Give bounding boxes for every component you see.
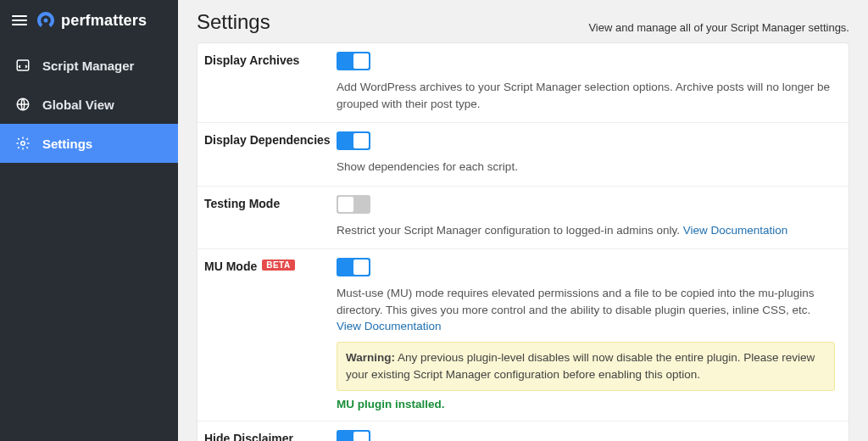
code-icon xyxy=(15,58,31,73)
sidebar-item-label: Settings xyxy=(42,137,92,151)
svg-rect-0 xyxy=(17,60,29,70)
row-mu-mode: MU Mode BETA Must-use (MU) mode requires… xyxy=(198,249,849,421)
brand: perfmatters xyxy=(36,10,147,31)
toggle-display-archives[interactable] xyxy=(337,52,370,70)
svg-point-2 xyxy=(21,142,25,146)
sidebar-header: perfmatters xyxy=(0,0,178,42)
sidebar-nav: Script Manager Global View Settings xyxy=(0,46,178,163)
toggle-display-dependencies[interactable] xyxy=(337,131,370,150)
gear-icon xyxy=(15,136,31,151)
sidebar-item-script-manager[interactable]: Script Manager xyxy=(0,46,178,85)
setting-label: Display Archives xyxy=(204,52,337,112)
globe-icon xyxy=(15,97,31,112)
settings-card: Display Archives Add WordPress archives … xyxy=(197,42,849,441)
toggle-mu-mode[interactable] xyxy=(337,258,370,276)
row-display-archives: Display Archives Add WordPress archives … xyxy=(198,43,849,123)
setting-label: MU Mode BETA xyxy=(204,258,337,410)
setting-label: Display Dependencies xyxy=(204,131,337,176)
link-mu-docs[interactable]: View Documentation xyxy=(337,320,442,332)
setting-label: Testing Mode xyxy=(204,195,337,239)
toggle-hide-disclaimer[interactable] xyxy=(337,430,370,441)
setting-description: Show dependencies for each script. xyxy=(337,159,835,176)
setting-description: Add WordPress archives to your Script Ma… xyxy=(337,79,835,112)
brand-icon xyxy=(36,10,56,31)
sidebar-item-label: Script Manager xyxy=(42,59,134,73)
row-hide-disclaimer: Hide Disclaimer Hide the disclaimer mess… xyxy=(198,421,849,441)
brand-name: perfmatters xyxy=(61,12,147,30)
page-header: Settings View and manage all of your Scr… xyxy=(197,10,849,34)
sidebar-item-settings[interactable]: Settings xyxy=(0,124,178,163)
page-title: Settings xyxy=(197,10,270,34)
page-description: View and manage all of your Script Manag… xyxy=(588,21,849,34)
menu-icon[interactable] xyxy=(12,13,27,28)
setting-description: Restrict your Script Manager configurati… xyxy=(337,222,835,239)
main-content: Settings View and manage all of your Scr… xyxy=(178,0,868,441)
link-testing-docs[interactable]: View Documentation xyxy=(683,224,788,237)
row-display-dependencies: Display Dependencies Show dependencies f… xyxy=(198,123,849,187)
warning-box: Warning: Any previous plugin-level disab… xyxy=(337,342,835,392)
beta-badge: BETA xyxy=(262,260,294,271)
setting-description: Must-use (MU) mode requires elevated per… xyxy=(337,285,835,335)
sidebar-item-global-view[interactable]: Global View xyxy=(0,85,178,124)
sidebar: perfmatters Script Manager Global View S… xyxy=(0,0,178,441)
success-message: MU plugin installed. xyxy=(337,398,835,410)
toggle-testing-mode[interactable] xyxy=(337,195,370,214)
row-testing-mode: Testing Mode Restrict your Script Manage… xyxy=(198,187,849,250)
sidebar-item-label: Global View xyxy=(42,98,114,112)
setting-label: Hide Disclaimer xyxy=(204,430,337,441)
